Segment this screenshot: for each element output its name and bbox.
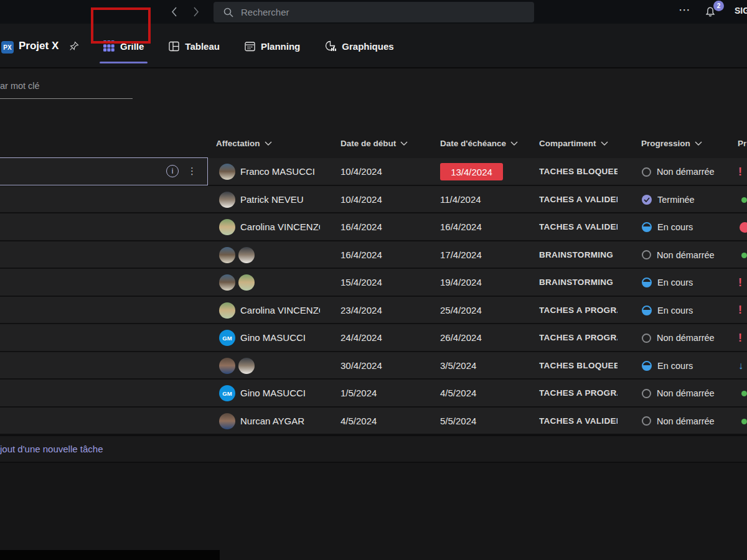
table-row[interactable]: 30/4/20243/5/2024TACHES BLOQUEESEn cours… — [0, 352, 747, 380]
column-header-affectation[interactable]: Affectation — [216, 139, 322, 148]
table-row[interactable]: i⋮Franco MASUCCI10/4/202413/4/2024TACHES… — [0, 158, 747, 186]
back-icon[interactable] — [169, 4, 180, 19]
due-date-cell[interactable]: 5/5/2024 — [440, 416, 476, 426]
priority-medium-icon[interactable] — [741, 197, 747, 203]
assignee-name: Patrick NEVEU — [240, 194, 320, 205]
selected-task-cell[interactable]: i⋮ — [0, 157, 208, 185]
bucket-cell[interactable]: TACHES A PROGRAMMER — [539, 388, 618, 398]
column-header-compartiment[interactable]: Compartiment — [539, 139, 632, 148]
priority-high-icon[interactable]: ! — [738, 297, 742, 325]
progress-cell[interactable]: En cours — [642, 352, 718, 380]
priority-high-icon[interactable]: ! — [738, 324, 742, 352]
bucket-cell[interactable]: BRAINSTORMING — [539, 250, 618, 259]
bucket-cell[interactable]: TACHES A PROGRAMMER — [539, 306, 618, 315]
progress-done-icon — [642, 195, 652, 205]
table-row[interactable]: 16/4/202417/4/2024BRAINSTORMINGNon démar… — [0, 241, 747, 269]
priority-high-icon[interactable]: ! — [738, 158, 742, 186]
due-date-cell[interactable]: 19/4/2024 — [440, 277, 482, 287]
notifications-button[interactable]: 2 — [705, 4, 726, 21]
priority-medium-icon[interactable] — [741, 391, 747, 396]
bucket-cell[interactable]: TACHES A VALIDER — [539, 195, 618, 204]
progress-inprogress-icon — [642, 222, 652, 232]
start-date-cell[interactable]: 10/4/2024 — [341, 194, 382, 205]
assignee-name: Carolina VINCENZO — [240, 222, 320, 232]
start-date-cell[interactable]: 1/5/2024 — [341, 388, 377, 398]
due-date-cell[interactable]: 26/4/2024 — [440, 332, 482, 343]
due-date-overdue-badge[interactable]: 13/4/2024 — [440, 163, 503, 180]
bucket-cell[interactable]: TACHES A VALIDER — [539, 416, 618, 426]
pin-icon[interactable] — [69, 41, 79, 51]
progress-notstarted-icon — [642, 389, 651, 398]
table-row[interactable]: GMGino MASUCCI24/4/202426/4/2024TACHES A… — [0, 324, 747, 352]
chevron-down-icon — [601, 141, 608, 146]
due-date-cell[interactable]: 4/5/2024 — [440, 388, 476, 398]
start-date-cell[interactable]: 24/4/2024 — [341, 332, 382, 343]
priority-low-icon[interactable]: ↓ — [738, 352, 743, 380]
priority-medium-icon[interactable] — [741, 253, 747, 258]
due-date-cell[interactable]: 17/4/2024 — [440, 250, 482, 260]
start-date-cell[interactable]: 4/5/2024 — [341, 416, 377, 426]
start-date-cell[interactable]: 23/4/2024 — [341, 305, 382, 315]
progress-cell[interactable]: Non démarrée — [642, 380, 717, 408]
tab-grille[interactable]: Grille — [91, 24, 156, 68]
info-icon[interactable]: i — [166, 165, 179, 177]
bucket-cell[interactable]: TACHES BLOQUEES — [539, 361, 618, 370]
tab-tableau[interactable]: Tableau — [156, 24, 232, 68]
tab-planning[interactable]: Planning — [232, 24, 312, 68]
start-date-cell[interactable]: 16/4/2024 — [341, 250, 382, 260]
search-icon — [223, 7, 233, 17]
project-badge: PX — [1, 41, 14, 54]
keyword-filter-placeholder: ar mot clé — [0, 81, 40, 91]
table-row[interactable]: 15/4/202419/4/2024BRAINSTORMINGEn cours! — [0, 269, 747, 297]
progress-cell[interactable]: Non démarrée — [642, 241, 717, 269]
progress-notstarted-icon — [642, 416, 651, 426]
column-header-progression[interactable]: Progression — [641, 139, 722, 148]
column-header-priorit-[interactable]: Priorité — [738, 139, 747, 148]
account-label[interactable]: SIG — [735, 6, 747, 16]
progress-cell[interactable]: En cours — [642, 213, 718, 241]
table-row[interactable]: Carolina VINCENZO16/4/202416/4/2024TACHE… — [0, 213, 747, 241]
board-icon — [169, 41, 179, 52]
start-date-cell[interactable]: 15/4/2024 — [341, 277, 382, 287]
progress-cell[interactable]: Non démarrée — [642, 158, 717, 186]
bucket-cell[interactable]: TACHES BLOQUEES — [539, 167, 618, 176]
start-date-cell[interactable]: 30/4/2024 — [341, 360, 382, 371]
start-date-cell[interactable]: 10/4/2024 — [341, 166, 382, 177]
due-date-cell[interactable]: 16/4/2024 — [440, 222, 482, 232]
content-lower-area — [0, 463, 747, 560]
more-options-icon[interactable]: ⋯ — [679, 2, 691, 17]
avatar — [238, 274, 255, 291]
table-row[interactable]: Patrick NEVEU10/4/202411/4/2024TACHES A … — [0, 186, 747, 214]
progress-cell[interactable]: Terminée — [642, 186, 718, 214]
keyword-filter-input[interactable]: ar mot clé — [0, 78, 133, 99]
tab-graphiques[interactable]: Graphiques — [312, 24, 406, 68]
priority-medium-icon[interactable] — [741, 419, 747, 424]
due-date-cell[interactable]: 25/4/2024 — [440, 305, 482, 315]
column-header-label: Compartiment — [539, 139, 596, 148]
due-date-cell[interactable]: 3/5/2024 — [440, 360, 476, 371]
search-input[interactable]: Rechercher — [214, 2, 534, 22]
bucket-cell[interactable]: TACHES A VALIDER — [539, 222, 618, 231]
start-date-cell[interactable]: 16/4/2024 — [341, 222, 382, 232]
progress-label: Non démarrée — [657, 416, 717, 426]
table-row[interactable]: Nurcan AYGAR4/5/20245/5/2024TACHES A VAL… — [0, 408, 747, 436]
row-more-icon[interactable]: ⋮ — [187, 166, 197, 177]
forward-icon[interactable] — [190, 4, 202, 19]
bucket-cell[interactable]: TACHES A PROGRAMMER — [539, 333, 618, 342]
progress-cell[interactable]: En cours — [642, 269, 718, 297]
progress-cell[interactable]: Non démarrée — [642, 324, 717, 352]
tab-label: Graphiques — [342, 41, 393, 52]
due-date-cell[interactable]: 11/4/2024 — [440, 194, 481, 205]
progress-cell[interactable]: En cours — [642, 297, 718, 325]
column-header-date-de-d-but[interactable]: Date de début — [341, 139, 434, 148]
add-task-button[interactable]: jout d'une nouvelle tâche — [0, 435, 747, 463]
priority-high-icon[interactable]: ! — [738, 269, 742, 297]
table-row[interactable]: GMGino MASUCCI1/5/20244/5/2024TACHES A P… — [0, 380, 747, 408]
app-header: PX Projet X GrilleTableauPlanningGraphiq… — [0, 24, 747, 68]
table-row[interactable]: Carolina VINCENZO23/4/202425/4/2024TACHE… — [0, 297, 747, 325]
column-header-date-d-ch-ance[interactable]: Date d'échéance — [440, 139, 540, 148]
bucket-cell[interactable]: BRAINSTORMING — [539, 278, 618, 287]
view-tabs: GrilleTableauPlanningGraphiques — [91, 24, 406, 68]
progress-cell[interactable]: Non démarrée — [642, 408, 717, 436]
priority-urgent-icon[interactable] — [740, 222, 747, 233]
